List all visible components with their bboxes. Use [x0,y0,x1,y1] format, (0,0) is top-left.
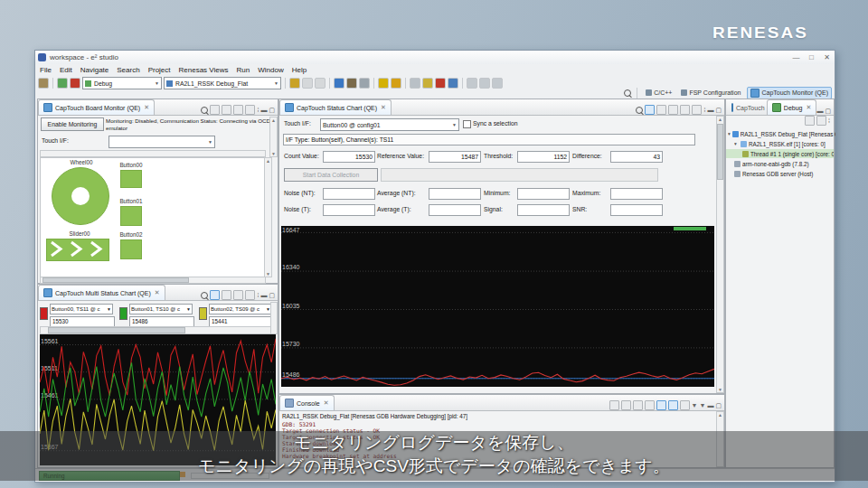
terminate-icon[interactable] [70,78,80,89]
count-value-field[interactable]: 15530 [323,151,375,163]
zoom-icon[interactable] [201,292,208,299]
restart-icon[interactable] [448,78,458,89]
view-menu-icon[interactable]: ⁞ [828,117,830,125]
open-console-icon[interactable]: ▼ [699,401,705,409]
tree-item-gdb[interactable]: arm-none-eabi-gdb (7.8.2) [734,159,842,168]
tab-captouch-board-monitor[interactable]: CapTouch Board Monitor (QE)✕ [38,99,155,115]
form-scrollbar-horizontal[interactable] [40,150,266,157]
maximize-view-icon[interactable]: ▢ [269,291,275,299]
minimize-view-icon[interactable]: ▬ [707,401,713,409]
minimize-view-icon[interactable]: ▬ [260,106,267,114]
tab-console[interactable]: Console✕ [279,395,335,410]
series-combo-1[interactable]: Button01, TS10 @ c▼ [129,304,193,314]
button02-widget[interactable] [120,239,142,259]
panel-scrollbar-vertical[interactable]: ▲▼ [716,116,724,393]
stop-icon[interactable] [435,78,446,89]
tree-item-launch[interactable]: ▾ RA2L1_RSSK Debug_Flat [Renesas GDB Ha [728,129,835,138]
maximize-button[interactable]: □ [804,51,819,64]
record-icon[interactable] [210,290,220,300]
remove-all-launches-icon[interactable] [633,400,643,410]
series-scrollbar-horizontal[interactable] [40,326,271,334]
close-icon[interactable]: ✕ [155,289,160,296]
minimize-view-icon[interactable]: ▬ [260,291,267,299]
tab-debug[interactable]: Debug✕ [767,99,817,115]
view-menu-icon[interactable]: ⁞ [703,106,705,114]
perspective-captouch-monitor[interactable]: CapTouch Monitor (QE) [747,87,832,99]
pin-console-icon[interactable] [680,400,690,410]
reference-value-field[interactable]: 15487 [429,151,481,163]
open-log-icon[interactable] [233,105,243,115]
menu-window[interactable]: Window [258,66,283,74]
maximum-field[interactable] [610,188,663,200]
touch-if-combo[interactable]: ▼ [108,136,215,148]
threshold-field[interactable]: 1152 [517,151,570,163]
replay-icon[interactable] [245,290,255,300]
bug-icon[interactable] [334,78,344,89]
debug-icon[interactable] [57,78,68,89]
step-over-icon[interactable] [479,78,490,89]
difference-field[interactable]: 43 [610,151,663,163]
noise-nt-field[interactable] [323,188,375,200]
tab-captouch-parameters[interactable]: CapTouch Param... [726,99,767,115]
close-icon[interactable]: ✕ [807,104,812,111]
close-button[interactable]: ✕ [819,51,835,64]
expander-icon[interactable]: ▾ [734,141,739,146]
snapshot-icon[interactable] [210,105,220,115]
snr-field[interactable] [610,204,663,216]
maximize-view-icon[interactable]: ▢ [269,106,275,114]
zoom-icon[interactable] [201,107,208,114]
replay-icon[interactable] [245,105,255,115]
export-csv-icon[interactable] [692,105,702,115]
minimize-button[interactable]: — [788,51,804,64]
menu-renesas-views[interactable]: Renesas Views [179,66,229,74]
menu-run[interactable]: Run [237,66,250,74]
save-log-icon[interactable] [656,105,666,115]
view-menu-icon[interactable]: ⁞ [257,106,259,114]
remove-launch-icon[interactable] [621,400,631,410]
suspend-icon[interactable] [422,78,433,89]
record-icon[interactable] [645,105,655,115]
menu-file[interactable]: File [40,66,52,74]
form-scrollbar-vertical[interactable]: ▲▼ [269,117,278,157]
canvas-scrollbar-vertical[interactable]: ▲▼ [264,157,272,277]
menu-help[interactable]: Help [292,66,307,74]
print-icon[interactable] [359,78,370,89]
window-titlebar[interactable]: workspace - e² studio — □ ✕ [35,51,835,64]
view-menu-icon[interactable]: ⁞ [257,291,259,299]
open-log-icon[interactable] [233,290,243,300]
menu-search[interactable]: Search [117,66,139,74]
minimize-view-icon[interactable]: ▬ [707,106,713,114]
noise-t-field[interactable] [323,204,375,216]
minimize-view-icon[interactable]: ▬ [816,107,823,115]
clear-console-icon[interactable] [645,400,655,410]
word-wrap-icon[interactable] [668,400,678,410]
pencil-icon[interactable] [378,78,389,89]
search-icon[interactable] [624,89,631,97]
collapse-all-icon[interactable] [805,116,815,126]
minimum-field[interactable] [517,188,570,200]
debug-mode-combo[interactable]: Debug▼ [82,77,162,89]
average-t-field[interactable] [429,204,481,216]
replay-icon[interactable] [680,105,690,115]
build-icon[interactable] [38,78,49,89]
tree-item-gdb-server[interactable]: Renesas GDB server (Host) [734,169,842,178]
close-icon[interactable]: ✕ [144,104,149,111]
step-into-icon[interactable] [467,78,477,89]
step-return-icon[interactable] [492,78,503,89]
zoom-icon[interactable] [636,107,643,114]
series-combo-2[interactable]: Button02, TS09 @ c▼ [209,304,272,314]
close-icon[interactable]: ✕ [324,399,329,407]
save-log-icon[interactable] [222,105,231,115]
expand-all-icon[interactable] [816,116,826,126]
enable-monitoring-button[interactable]: Enable Monitoring [41,117,104,131]
series-scrollbar-vertical[interactable] [270,302,278,334]
maximize-view-icon[interactable]: ▢ [715,106,722,114]
maximize-view-icon[interactable]: ▢ [715,401,722,409]
wheel00-widget[interactable] [52,167,109,225]
tree-item-thread[interactable]: Thread #1 1 (single core) [core: 0] (R [726,149,834,158]
resume-icon[interactable] [410,78,420,89]
perspective-fsp-configuration[interactable]: FSP Configuration [678,89,743,97]
tab-captouch-status-chart[interactable]: CapTouch Status Chart (QE)✕ [279,99,392,115]
new-wizard-icon[interactable] [289,78,300,89]
series-combo-0[interactable]: Button00, TS11 @ c▼ [50,304,113,314]
